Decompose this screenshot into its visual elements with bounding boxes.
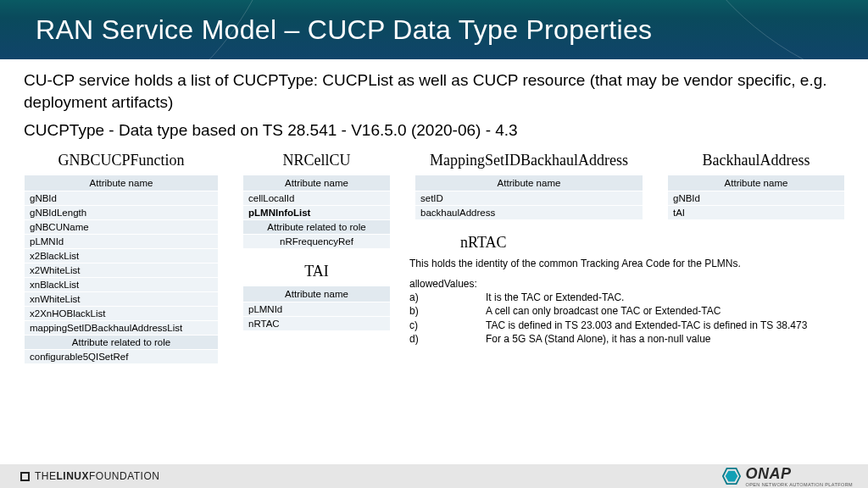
linux-foundation-logo: THELINUXFOUNDATION xyxy=(20,470,159,482)
attr-header: Attribute name xyxy=(243,175,391,191)
table-row: xnBlackList xyxy=(25,277,219,291)
tai-table: Attribute name pLMNId nRTAC xyxy=(242,286,391,331)
attr-role-header: Attribute related to role xyxy=(25,335,219,349)
nrtac-opt-b: b)A cell can only broadcast one TAC or E… xyxy=(409,304,816,318)
table-row: x2XnHOBlackList xyxy=(25,306,219,320)
table-row: tAI xyxy=(668,205,845,219)
slide: RAN Service Model – CUCP Data Type Prope… xyxy=(0,0,868,488)
mapping-title: MappingSetIDBackhaulAddress xyxy=(415,152,643,169)
nrtac-title: nRTAC xyxy=(409,234,816,252)
nrtac-allowed-label: allowedValues: xyxy=(409,277,816,291)
table-row: nRTAC xyxy=(243,316,391,330)
nrtac-opt-d: d)For a 5G SA (Stand Alone), it has a no… xyxy=(409,332,816,346)
lf-foundation: FOUNDATION xyxy=(89,470,159,482)
nrcellcu-title: NRCellCU xyxy=(242,152,391,169)
table-row: pLMNId xyxy=(243,302,391,316)
table-row: configurable5QISetRef xyxy=(25,349,219,363)
backhaul-title: BackhaulAddress xyxy=(667,152,845,169)
table-row: cellLocalId xyxy=(243,191,391,205)
table-row: mappingSetIDBackhaulAddressList xyxy=(25,320,219,335)
nrtac-section: nRTAC This holds the identity of the com… xyxy=(409,234,816,346)
slide-body: CU-CP service holds a list of CUCPType: … xyxy=(0,59,868,464)
tables-grid: GNBCUCPFunction Attribute name gNBId gNB… xyxy=(24,152,844,364)
attr-header: Attribute name xyxy=(668,175,845,191)
onap-hex-icon xyxy=(722,468,741,485)
table-row: setID xyxy=(415,191,643,205)
backhaul-table: Attribute name gNBId tAI xyxy=(667,175,845,220)
lf-square-icon xyxy=(20,472,30,481)
tai-title: TAI xyxy=(242,263,391,280)
table-row: gNBId xyxy=(25,191,219,205)
table-row: gNBId xyxy=(668,191,845,205)
onap-logo: ONAP OPEN NETWORK AUTOMATION PLATFORM xyxy=(722,465,853,488)
nrtac-desc: This holds the identity of the common Tr… xyxy=(409,257,816,270)
table-row: xnWhiteList xyxy=(25,291,219,306)
mapping-column: MappingSetIDBackhaulAddress Attribute na… xyxy=(415,152,643,346)
gnbcucp-column: GNBCUCPFunction Attribute name gNBId gNB… xyxy=(24,152,219,364)
nrcellcu-column: NRCellCU Attribute name cellLocalId pLMN… xyxy=(242,152,391,331)
nrcellcu-table: Attribute name cellLocalId pLMNInfoList … xyxy=(242,175,391,249)
table-row: gNBIdLength xyxy=(25,205,219,219)
lf-the: THE xyxy=(35,470,57,482)
mapping-table: Attribute name setID backhaulAddress xyxy=(415,175,643,220)
table-row: pLMNId xyxy=(25,234,219,248)
intro-line-1: CU-CP service holds a list of CUCPType: … xyxy=(24,69,844,113)
svg-marker-1 xyxy=(725,471,737,482)
attr-role-header: Attribute related to role xyxy=(243,219,391,234)
gnbcucp-table: Attribute name gNBId gNBIdLength gNBCUNa… xyxy=(24,175,219,364)
lf-linux: LINUX xyxy=(57,470,90,482)
backhaul-column: BackhaulAddress Attribute name gNBId tAI xyxy=(667,152,845,220)
table-row: x2BlackList xyxy=(25,248,219,263)
gnbcucp-title: GNBCUCPFunction xyxy=(24,152,219,169)
attr-header: Attribute name xyxy=(415,175,643,191)
onap-text: ONAP xyxy=(746,465,853,483)
tai-section: TAI Attribute name pLMNId nRTAC xyxy=(242,263,391,331)
nrtac-text: This holds the identity of the common Tr… xyxy=(409,257,816,346)
title-bar: RAN Service Model – CUCP Data Type Prope… xyxy=(0,0,868,59)
nrtac-opt-c: c)TAC is defined in TS 23.003 and Extend… xyxy=(409,319,816,332)
table-row: gNBCUName xyxy=(25,219,219,234)
table-row: pLMNInfoList xyxy=(243,205,391,219)
table-row: x2WhiteList xyxy=(25,263,219,277)
intro-line-2: CUCPType - Data type based on TS 28.541 … xyxy=(24,119,844,141)
attr-header: Attribute name xyxy=(243,286,391,302)
table-row: nRFrequencyRef xyxy=(243,234,391,248)
attr-header: Attribute name xyxy=(25,175,219,191)
footer-bar: THELINUXFOUNDATION ONAP OPEN NETWORK AUT… xyxy=(0,464,868,488)
slide-title: RAN Service Model – CUCP Data Type Prope… xyxy=(36,14,652,46)
onap-subtext: OPEN NETWORK AUTOMATION PLATFORM xyxy=(746,483,853,488)
nrtac-opt-a: a)It is the TAC or Extended-TAC. xyxy=(409,291,816,304)
table-row: backhaulAddress xyxy=(415,205,643,219)
